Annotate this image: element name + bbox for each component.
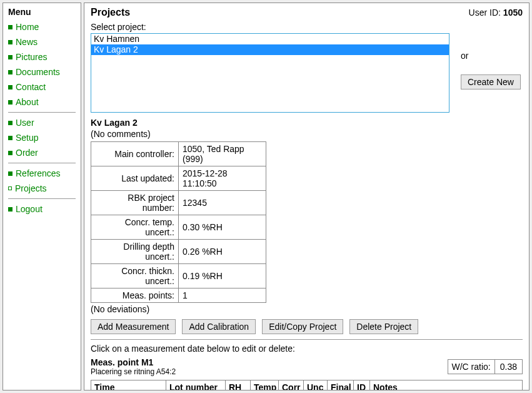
delete-project-button[interactable]: Delete Project (349, 319, 418, 334)
project-option[interactable]: Kv Lagan 2 (91, 44, 449, 55)
sidebar-item-projects[interactable]: Projects (8, 181, 76, 196)
property-value: 2015-12-28 11:10:50 (179, 166, 266, 191)
menu-title: Menu (8, 7, 76, 17)
main-panel: Projects User ID: 1050 Select project: K… (84, 3, 529, 390)
sidebar-item-label: Order (16, 148, 38, 158)
property-key: Concr. temp. uncert.: (91, 215, 179, 240)
sidebar-item-logout[interactable]: Logout (8, 202, 76, 217)
property-key: Concr. thickn. uncert.: (91, 264, 179, 288)
bullet-icon (8, 100, 13, 105)
project-option[interactable]: Kv Hamnen (91, 34, 449, 44)
meas-point-subtitle: Placering se ritning A54:2 (91, 367, 176, 376)
sidebar-item-label: Logout (16, 204, 43, 214)
create-new-button[interactable]: Create New (461, 74, 521, 89)
sidebar-item-label: About (16, 97, 39, 107)
column-header: Final (328, 380, 354, 391)
property-key: RBK project number: (91, 191, 179, 215)
sidebar-menu: Menu HomeNewsPicturesDocumentsContactAbo… (3, 3, 81, 390)
sidebar-item-label: References (16, 168, 61, 178)
property-key: Drilling depth uncert.: (91, 240, 179, 264)
property-value: 1050, Ted Rapp (999) (179, 142, 266, 166)
bullet-icon (8, 151, 13, 155)
property-value: 12345 (179, 191, 266, 215)
sidebar-item-documents[interactable]: Documents (8, 64, 76, 79)
project-deviations: (No deviations) (91, 304, 523, 314)
or-label: or (461, 51, 468, 61)
column-header: Lot number (166, 380, 226, 391)
sidebar-item-label: Contact (16, 82, 46, 92)
bullet-icon (8, 70, 13, 74)
property-key: Main controller: (91, 142, 179, 166)
sidebar-item-references[interactable]: References (8, 166, 76, 181)
sidebar-item-order[interactable]: Order (8, 145, 76, 160)
sidebar-item-label: Home (16, 22, 39, 32)
page-title: Projects (91, 7, 130, 18)
sidebar-item-label: Documents (16, 67, 60, 77)
sidebar-item-user[interactable]: User (8, 115, 76, 130)
sidebar-item-label: Pictures (16, 52, 48, 62)
column-header: Notes (370, 380, 523, 391)
meas-point-title: Meas. point M1 (91, 357, 176, 367)
sidebar-item-about[interactable]: About (8, 94, 76, 110)
project-properties-table: Main controller:1050, Ted Rapp (999)Last… (91, 141, 266, 303)
property-key: Meas. points: (91, 288, 179, 303)
column-header: ID (354, 380, 370, 391)
add-measurement-button[interactable]: Add Measurement (91, 319, 176, 334)
user-id: User ID: 1050 (469, 8, 523, 18)
property-key: Last updated: (91, 166, 179, 191)
sidebar-item-news[interactable]: News (8, 34, 76, 49)
bullet-icon (8, 121, 13, 125)
sidebar-item-setup[interactable]: Setup (8, 130, 76, 145)
column-header: Unc (304, 380, 328, 391)
sidebar-item-contact[interactable]: Contact (8, 79, 76, 94)
edit-copy-project-button[interactable]: Edit/Copy Project (262, 319, 343, 334)
sidebar-item-label: Setup (16, 133, 39, 143)
project-name: Kv Lagan 2 (91, 118, 523, 128)
bullet-icon (8, 55, 13, 59)
bullet-icon (8, 85, 13, 89)
sidebar-item-label: User (16, 118, 34, 128)
add-calibration-button[interactable]: Add Calibration (182, 319, 256, 334)
select-project-label: Select project: (91, 22, 523, 32)
property-value: 0.30 %RH (179, 215, 266, 240)
bullet-icon (8, 171, 13, 176)
wc-ratio-box: W/C ratio: 0.38 (448, 359, 523, 374)
wc-ratio-label: W/C ratio: (448, 360, 494, 374)
project-comments: (No comments) (91, 129, 523, 139)
project-select[interactable]: Kv HamnenKv Lagan 2 (91, 33, 449, 113)
column-header: Time (91, 380, 166, 391)
measurement-hint: Click on a measurement date below to edi… (91, 344, 523, 354)
bullet-icon (8, 207, 13, 212)
sidebar-item-home[interactable]: Home (8, 19, 76, 34)
bullet-icon (8, 186, 12, 190)
property-value: 1 (179, 288, 266, 303)
column-header: RH (226, 380, 251, 391)
bullet-icon (8, 136, 13, 140)
sidebar-item-label: Projects (15, 183, 47, 193)
column-header: Corr (279, 380, 304, 391)
property-value: 0.26 %RH (179, 240, 266, 264)
bullet-icon (8, 40, 13, 44)
measurements-table: TimeLot numberRHTempCorrUncFinalIDNotes2… (91, 380, 523, 390)
column-header: Temp (251, 380, 279, 391)
property-value: 0.19 %RH (179, 264, 266, 288)
sidebar-item-label: News (16, 37, 38, 47)
bullet-icon (8, 25, 13, 29)
sidebar-item-pictures[interactable]: Pictures (8, 49, 76, 64)
wc-ratio-value: 0.38 (494, 360, 522, 374)
